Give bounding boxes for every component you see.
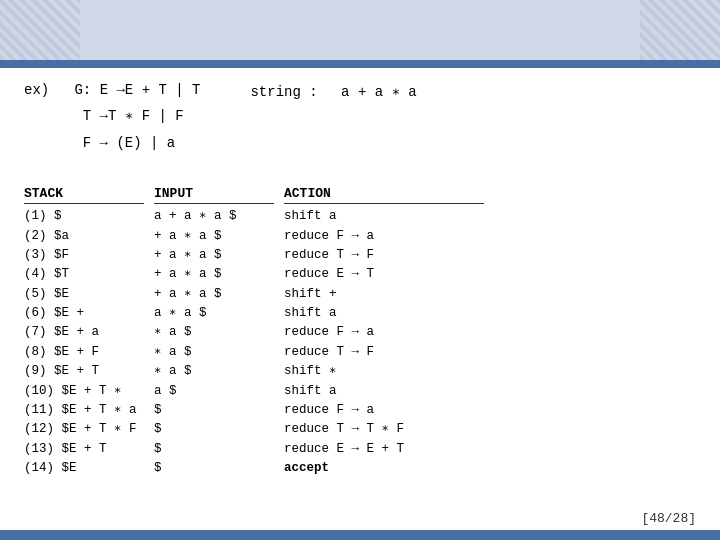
table-row: shift a — [284, 207, 484, 226]
table-row: shift + — [284, 285, 484, 304]
string-label: string : — [250, 84, 317, 100]
action-header: ACTION — [284, 186, 484, 201]
table-row: (1) $ — [24, 207, 144, 226]
table-row: reduce E → E + T — [284, 440, 484, 459]
table-row: $ — [154, 440, 274, 459]
table-row: + a ∗ a $ — [154, 265, 274, 284]
input-rows: a + a ∗ a $+ a ∗ a $+ a ∗ a $+ a ∗ a $+ … — [154, 207, 274, 478]
header-bar — [0, 60, 720, 68]
table-row: (6) $E + — [24, 304, 144, 323]
table-row: (5) $E — [24, 285, 144, 304]
page-number: [48/28] — [641, 511, 696, 526]
grammar-line1: ex) G: E →E + T | T — [24, 79, 200, 101]
grammar-block: ex) G: E →E + T | T T →T ∗ F | F F → (E)… — [24, 79, 200, 158]
table-row: $ — [154, 420, 274, 439]
table-row: shift a — [284, 304, 484, 323]
table-row: $ — [154, 401, 274, 420]
table-row: a + a ∗ a $ — [154, 207, 274, 226]
table-row: (8) $E + F — [24, 343, 144, 362]
corner-tr-decoration — [640, 0, 720, 60]
grammar-line1-text: G: E →E + T | T — [74, 82, 200, 98]
table-row: reduce T → T ∗ F — [284, 420, 484, 439]
table-row: + a ∗ a $ — [154, 285, 274, 304]
table-row: a ∗ a $ — [154, 304, 274, 323]
table-row: (12) $E + T ∗ F — [24, 420, 144, 439]
table-row: $ — [154, 459, 274, 478]
stack-header: STACK — [24, 186, 144, 201]
grammar-line2: T →T ∗ F | F — [24, 105, 200, 127]
table-row: reduce F → a — [284, 227, 484, 246]
table-row: (4) $T — [24, 265, 144, 284]
table-row: (11) $E + T ∗ a — [24, 401, 144, 420]
table-row: reduce F → a — [284, 401, 484, 420]
table-row: reduce T → F — [284, 343, 484, 362]
grammar-line2-text: T →T ∗ F | F — [83, 108, 184, 124]
action-rows: shift areduce F → areduce T → Freduce E … — [284, 207, 484, 478]
table-row: ∗ a $ — [154, 362, 274, 381]
input-column: INPUT a + a ∗ a $+ a ∗ a $+ a ∗ a $+ a ∗… — [154, 186, 284, 478]
table-row: (13) $E + T — [24, 440, 144, 459]
stack-rows: (1) $(2) $a(3) $F(4) $T(5) $E(6) $E +(7)… — [24, 207, 144, 478]
parse-table: STACK (1) $(2) $a(3) $F(4) $T(5) $E(6) $… — [24, 186, 696, 478]
input-divider — [154, 203, 274, 204]
table-row: ∗ a $ — [154, 343, 274, 362]
table-row: (14) $E — [24, 459, 144, 478]
table-row: (3) $F — [24, 246, 144, 265]
main-content: ex) G: E →E + T | T T →T ∗ F | F F → (E)… — [0, 65, 720, 530]
table-row: (9) $E + T — [24, 362, 144, 381]
table-row: shift a — [284, 382, 484, 401]
table-row: (10) $E + T ∗ — [24, 382, 144, 401]
stack-column: STACK (1) $(2) $a(3) $F(4) $T(5) $E(6) $… — [24, 186, 154, 478]
table-row: (2) $a — [24, 227, 144, 246]
table-row: (7) $E + a — [24, 323, 144, 342]
table-row: reduce T → F — [284, 246, 484, 265]
table-row: reduce E → T — [284, 265, 484, 284]
corner-tl-decoration — [0, 0, 80, 60]
example-label: ex) — [24, 82, 49, 98]
action-column: ACTION shift areduce F → areduce T → Fre… — [284, 186, 484, 478]
grammar-line3-text: F → (E) | a — [83, 135, 175, 151]
table-row: accept — [284, 459, 484, 478]
string-value: a + a ∗ a — [341, 84, 417, 100]
string-section: string : a + a ∗ a — [250, 81, 416, 103]
table-row: reduce F → a — [284, 323, 484, 342]
table-row: + a ∗ a $ — [154, 246, 274, 265]
bottom-bar — [0, 530, 720, 540]
table-row: a $ — [154, 382, 274, 401]
table-row: ∗ a $ — [154, 323, 274, 342]
grammar-line3: F → (E) | a — [24, 132, 200, 154]
table-row: shift ∗ — [284, 362, 484, 381]
top-decoration — [0, 0, 720, 65]
action-divider — [284, 203, 484, 204]
stack-divider — [24, 203, 144, 204]
table-row: + a ∗ a $ — [154, 227, 274, 246]
input-header: INPUT — [154, 186, 274, 201]
